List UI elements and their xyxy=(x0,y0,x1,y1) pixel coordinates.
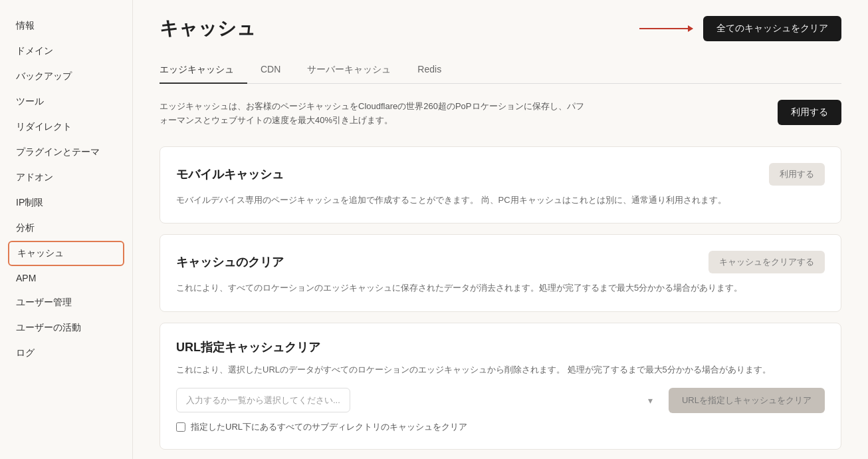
sidebar-item-cache[interactable]: キャッシュ xyxy=(8,241,124,266)
header-right: 全てのキャッシュをクリア xyxy=(639,16,841,41)
mobile-cache-title: モバイルキャッシュ xyxy=(176,166,284,182)
cache-clear-card-header: キャッシュのクリア キャッシュをクリアする xyxy=(176,251,825,273)
url-cache-clear-description: これにより、選択したURLのデータがすべてのロケーションのエッジキャッシュから削… xyxy=(176,363,825,377)
sidebar-item-user-activity[interactable]: ユーザーの活動 xyxy=(0,315,132,341)
url-cache-clear-button[interactable]: URLを指定しキャッシュをクリア xyxy=(669,388,825,413)
subdirectory-checkbox[interactable] xyxy=(176,422,185,432)
sidebar-item-apm[interactable]: APM xyxy=(0,266,132,290)
edge-cache-use-button[interactable]: 利用する xyxy=(778,100,841,125)
subdirectory-checkbox-row: 指定したURL下にあるすべてのサブディレクトリのキャッシュをクリア xyxy=(176,421,825,433)
url-input-row: 入力するか一覧から選択してください... URLを指定しキャッシュをクリア xyxy=(176,388,825,413)
mobile-cache-card: モバイルキャッシュ 利用する モバイルデバイス専用のページキャッシュを追加で作成… xyxy=(160,146,841,224)
subdirectory-checkbox-label: 指定したURL下にあるすべてのサブディレクトリのキャッシュをクリア xyxy=(191,421,467,433)
tabs-bar: エッジキャッシュ CDN サーバーキャッシュ Redis xyxy=(160,57,841,84)
edge-cache-description-box: エッジキャッシュは、お客様のページキャッシュをCloudflareの世界260超… xyxy=(160,97,841,130)
tab-server-cache[interactable]: サーバーキャッシュ xyxy=(294,57,404,84)
url-cache-clear-header: URL指定キャッシュクリア xyxy=(176,339,825,355)
url-cache-clear-title: URL指定キャッシュクリア xyxy=(176,339,320,355)
url-select-wrapper: 入力するか一覧から選択してください... xyxy=(176,388,661,412)
sidebar-item-user-management[interactable]: ユーザー管理 xyxy=(0,290,132,315)
cache-clear-card: キャッシュのクリア キャッシュをクリアする これにより、すべてのロケーションのエ… xyxy=(160,234,841,312)
main-content: キャッシュ 全てのキャッシュをクリア エッジキャッシュ CDN サーバーキャッシ… xyxy=(133,0,868,459)
sidebar: 情報 ドメイン バックアップ ツール リダイレクト プラグインとテーマ アドオン… xyxy=(0,0,133,459)
sidebar-item-log[interactable]: ログ xyxy=(0,341,132,366)
tab-redis[interactable]: Redis xyxy=(404,57,455,84)
cache-clear-button[interactable]: キャッシュをクリアする xyxy=(708,251,825,273)
app-layout: 情報 ドメイン バックアップ ツール リダイレクト プラグインとテーマ アドオン… xyxy=(0,0,868,459)
page-header: キャッシュ 全てのキャッシュをクリア xyxy=(160,16,841,41)
arrow-indicator xyxy=(639,28,693,29)
tab-cdn[interactable]: CDN xyxy=(247,57,294,84)
sidebar-item-info[interactable]: 情報 xyxy=(0,13,132,39)
sidebar-item-redirect[interactable]: リダイレクト xyxy=(0,114,132,140)
cache-clear-description: これにより、すべてのロケーションのエッジキャッシュに保存されたデータが消去されま… xyxy=(176,281,825,295)
mobile-cache-card-header: モバイルキャッシュ 利用する xyxy=(176,163,825,186)
clear-all-cache-button[interactable]: 全てのキャッシュをクリア xyxy=(703,16,841,41)
url-cache-clear-card: URL指定キャッシュクリア これにより、選択したURLのデータがすべてのロケーシ… xyxy=(160,323,841,450)
mobile-cache-description: モバイルデバイス専用のページキャッシュを追加で作成することができます。 尚、PC… xyxy=(176,194,825,208)
tab-edge-cache[interactable]: エッジキャッシュ xyxy=(160,57,247,84)
page-title: キャッシュ xyxy=(160,16,256,41)
sidebar-item-addon[interactable]: アドオン xyxy=(0,165,132,190)
sidebar-item-tools[interactable]: ツール xyxy=(0,89,132,114)
sidebar-item-plugins-themes[interactable]: プラグインとテーマ xyxy=(0,140,132,165)
edge-cache-description: エッジキャッシュは、お客様のページキャッシュをCloudflareの世界260超… xyxy=(160,100,585,128)
sidebar-item-analytics[interactable]: 分析 xyxy=(0,216,132,241)
url-select-dropdown[interactable]: 入力するか一覧から選択してください... xyxy=(176,388,350,412)
cache-clear-title: キャッシュのクリア xyxy=(176,254,284,270)
sidebar-item-backup[interactable]: バックアップ xyxy=(0,64,132,89)
sidebar-item-ip-restriction[interactable]: IP制限 xyxy=(0,190,132,216)
arrow-line xyxy=(639,28,693,29)
sidebar-item-domain[interactable]: ドメイン xyxy=(0,39,132,64)
mobile-cache-use-button[interactable]: 利用する xyxy=(769,163,825,186)
